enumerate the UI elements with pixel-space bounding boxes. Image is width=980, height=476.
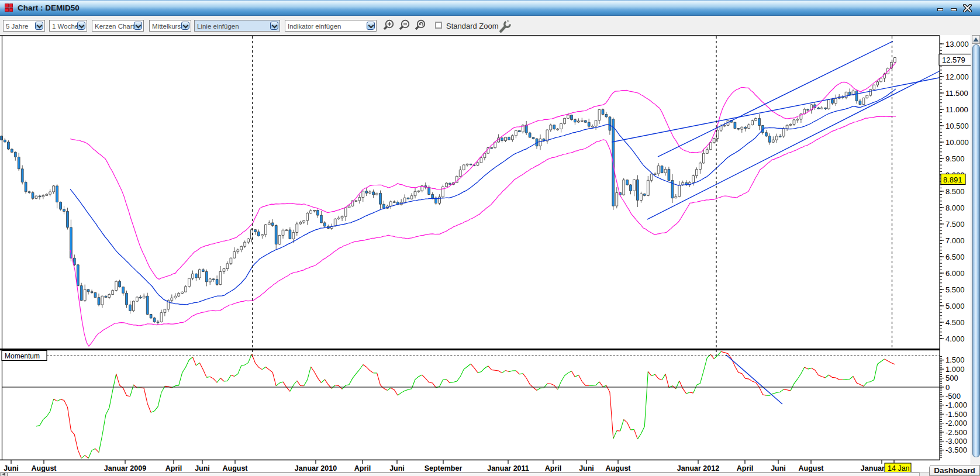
svg-text:1.000: 1.000 bbox=[946, 365, 965, 374]
svg-text:0: 0 bbox=[946, 383, 950, 392]
svg-text:Januar 2011: Januar 2011 bbox=[487, 464, 529, 472]
svg-text:-1.000: -1.000 bbox=[946, 401, 967, 409]
svg-text:April: April bbox=[545, 464, 561, 472]
svg-text:5.500: 5.500 bbox=[946, 285, 965, 294]
svg-text:Juni: Juni bbox=[771, 464, 786, 472]
svg-text:-2.000: -2.000 bbox=[946, 419, 967, 427]
svg-text:August: August bbox=[798, 464, 824, 472]
svg-text:10.500: 10.500 bbox=[946, 122, 969, 130]
svg-text:September: September bbox=[425, 464, 463, 472]
svg-text:9.500: 9.500 bbox=[946, 154, 965, 163]
svg-text:-1.500: -1.500 bbox=[946, 410, 967, 419]
svg-text:12.579: 12.579 bbox=[942, 56, 965, 64]
svg-text:Januar 2009: Januar 2009 bbox=[104, 464, 146, 472]
svg-text:-3.000: -3.000 bbox=[946, 437, 967, 446]
svg-text:6.000: 6.000 bbox=[946, 269, 965, 278]
svg-text:5.000: 5.000 bbox=[946, 302, 965, 311]
svg-text:August: August bbox=[222, 464, 248, 472]
svg-text:August: August bbox=[605, 464, 631, 472]
svg-text:7.500: 7.500 bbox=[946, 220, 965, 229]
svg-text:-2.500: -2.500 bbox=[946, 428, 967, 437]
svg-text:4.500: 4.500 bbox=[946, 318, 965, 327]
svg-text:April: April bbox=[354, 464, 371, 472]
svg-text:Juni: Juni bbox=[389, 464, 405, 472]
svg-text:April: April bbox=[165, 464, 182, 472]
svg-text:8.891: 8.891 bbox=[943, 175, 962, 184]
svg-text:4.000: 4.000 bbox=[946, 334, 965, 343]
svg-text:August: August bbox=[31, 464, 57, 472]
svg-text:10.000: 10.000 bbox=[946, 138, 969, 147]
svg-text:Juni: Juni bbox=[195, 464, 210, 472]
svg-text:-500: -500 bbox=[946, 392, 961, 401]
svg-text:8.500: 8.500 bbox=[946, 187, 965, 196]
svg-text:Januar 2010: Januar 2010 bbox=[295, 464, 337, 472]
svg-text:Juni: Juni bbox=[579, 464, 594, 472]
svg-text:Juni: Juni bbox=[4, 464, 19, 472]
svg-text:1.500: 1.500 bbox=[946, 356, 965, 364]
svg-text:7.000: 7.000 bbox=[946, 236, 965, 245]
svg-text:Momentum: Momentum bbox=[5, 352, 40, 360]
svg-text:8.000: 8.000 bbox=[946, 203, 965, 212]
svg-text:11.500: 11.500 bbox=[946, 89, 968, 98]
svg-text:14 Jan: 14 Jan bbox=[888, 464, 910, 472]
svg-text:13.000: 13.000 bbox=[946, 40, 969, 49]
svg-text:Januar 2012: Januar 2012 bbox=[677, 464, 719, 472]
svg-text:-3.500: -3.500 bbox=[946, 446, 967, 454]
svg-text:April: April bbox=[737, 464, 753, 472]
svg-text:500: 500 bbox=[946, 374, 958, 382]
svg-text:11.000: 11.000 bbox=[946, 105, 968, 114]
svg-text:6.500: 6.500 bbox=[946, 253, 965, 261]
svg-text:12.000: 12.000 bbox=[946, 73, 969, 81]
